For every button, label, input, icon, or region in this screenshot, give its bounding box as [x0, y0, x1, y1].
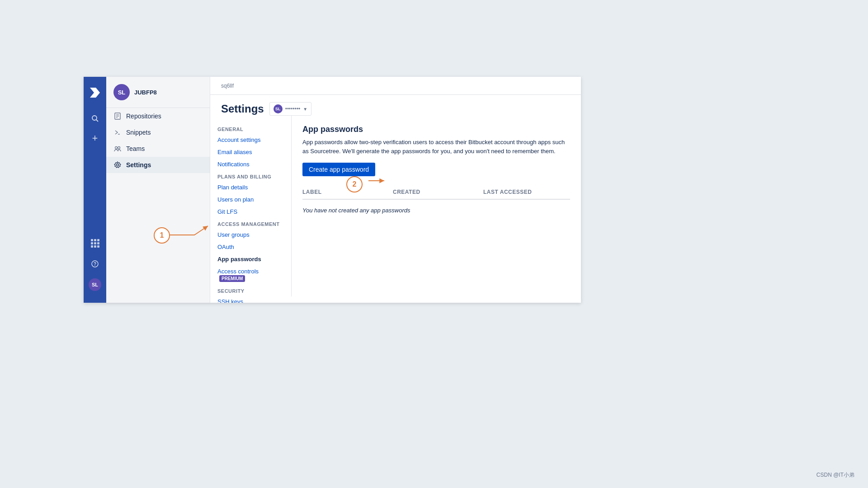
access-controls-label: Access controls	[217, 268, 259, 275]
settings-nav-plan-details[interactable]: Plan details	[210, 181, 291, 193]
sidebar-item-repositories[interactable]: Repositories	[106, 108, 210, 124]
footer-label: CSDN @IT小弟	[816, 472, 854, 478]
left-nav: + ?	[84, 77, 106, 303]
sidebar-user-section: SL JUBFP8	[106, 77, 210, 108]
callout-1: 1	[154, 227, 170, 244]
general-section-label: GENERAL	[210, 123, 291, 134]
sidebar-item-teams-label: Teams	[126, 145, 145, 152]
footer-text: CSDN @IT小弟	[816, 471, 854, 479]
sidebar-item-teams[interactable]: Teams	[106, 141, 210, 157]
sidebar-item-settings-label: Settings	[126, 161, 151, 169]
account-avatar-initials: SL	[275, 107, 281, 111]
repo-icon	[113, 112, 122, 120]
settings-nav-git-lfs[interactable]: Git LFS	[210, 206, 291, 218]
table-col-last-accessed: Last accessed	[483, 189, 570, 195]
snippets-icon	[113, 128, 122, 136]
grid-nav-button[interactable]	[84, 233, 106, 253]
help-nav-button[interactable]: ?	[84, 254, 106, 274]
svg-line-1	[96, 120, 98, 122]
page-title: Settings	[221, 103, 264, 115]
svg-point-10	[118, 147, 120, 149]
content-layout: GENERAL Account settings Email aliases N…	[210, 116, 581, 296]
sidebar-item-repositories-label: Repositories	[126, 113, 161, 120]
table-col-created: Created	[393, 189, 483, 195]
settings-nav-email[interactable]: Email aliases	[210, 146, 291, 158]
plans-section-label: PLANS AND BILLING	[210, 170, 291, 181]
settings-sidebar: GENERAL Account settings Email aliases N…	[210, 116, 292, 296]
settings-header: Settings SL •••••••• ▼	[210, 95, 581, 116]
grid-icon	[91, 239, 99, 248]
settings-nav-app-passwords[interactable]: App passwords	[210, 253, 291, 265]
settings-nav-oauth[interactable]: OAuth	[210, 241, 291, 253]
chevron-down-icon: ▼	[303, 107, 307, 112]
plus-icon: +	[92, 132, 98, 144]
svg-text:?: ?	[94, 262, 96, 267]
main-content: sq6llf Settings SL •••••••• ▼	[210, 77, 581, 303]
sidebar-username: JUBFP8	[134, 89, 157, 96]
create-nav-button[interactable]: +	[84, 128, 106, 148]
app-passwords-title: App passwords	[302, 125, 570, 134]
passwords-table-header: Label Created Last accessed	[302, 185, 570, 200]
create-app-password-button[interactable]: Create app password	[302, 163, 375, 176]
svg-point-0	[92, 116, 97, 120]
user-avatar: SL	[89, 278, 101, 291]
search-nav-button[interactable]	[84, 108, 106, 128]
callout-2: 2	[346, 176, 363, 192]
settings-nav-ssh-keys[interactable]: SSH keys	[210, 296, 291, 303]
app-passwords-description: App passwords allow two-step verificatio…	[302, 138, 570, 155]
svg-point-9	[115, 147, 118, 149]
account-selector-avatar: SL	[274, 104, 283, 113]
sidebar-item-settings[interactable]: Settings	[106, 157, 210, 173]
account-selector[interactable]: SL •••••••• ▼	[269, 102, 312, 116]
table-col-label: Label	[302, 189, 393, 195]
settings-icon	[113, 161, 122, 169]
settings-nav-account[interactable]: Account settings	[210, 134, 291, 146]
app-window: + ?	[84, 77, 581, 303]
sidebar-item-snippets-label: Snippets	[126, 129, 151, 136]
breadcrumb: sq6llf	[221, 83, 234, 89]
settings-nav-users-on-plan[interactable]: Users on plan	[210, 193, 291, 206]
sidebar-avatar-initials: SL	[118, 89, 126, 96]
svg-point-11	[117, 164, 119, 166]
settings-nav-notifications[interactable]: Notifications	[210, 158, 291, 170]
sidebar-item-snippets[interactable]: Snippets	[106, 124, 210, 141]
sidebar-avatar: SL	[113, 84, 130, 100]
account-selector-name: ••••••••	[285, 106, 301, 112]
teams-icon	[113, 145, 122, 153]
security-section-label: SECURITY	[210, 285, 291, 296]
table-empty-message: You have not created any app passwords	[302, 200, 570, 221]
avatar-initials: SL	[92, 282, 98, 287]
user-sidebar: SL JUBFP8 Repositories	[106, 77, 210, 303]
screen: + ?	[0, 0, 868, 488]
settings-nav-access-controls[interactable]: Access controls PREMIUM	[210, 265, 291, 285]
bitbucket-logo-icon	[89, 87, 101, 99]
settings-nav-user-groups[interactable]: User groups	[210, 229, 291, 241]
premium-badge: PREMIUM	[219, 275, 245, 282]
help-icon: ?	[91, 260, 99, 267]
user-avatar-button[interactable]: SL	[84, 275, 106, 295]
app-logo[interactable]	[84, 81, 106, 104]
access-section-label: ACCESS MANAGEMENT	[210, 218, 291, 229]
page-header: sq6llf	[210, 77, 581, 95]
app-passwords-section: App passwords App passwords allow two-st…	[292, 116, 581, 296]
search-icon	[91, 115, 99, 122]
